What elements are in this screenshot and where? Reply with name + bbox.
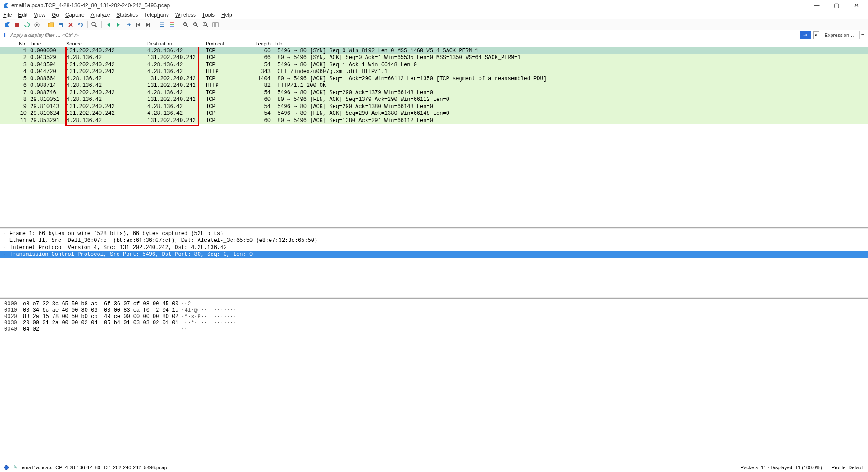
svg-line-16 [186, 25, 188, 27]
autoscroll-icon[interactable] [158, 21, 166, 29]
svg-line-20 [196, 25, 198, 27]
hex-line[interactable]: 003020 00 01 2a 00 00 02 04 05 b4 01 03 … [4, 320, 864, 326]
packet-details-pane[interactable]: ›Frame 1: 66 bytes on wire (528 bits), 6… [0, 229, 868, 297]
zoom-reset-icon[interactable]: 1 [202, 21, 210, 29]
svg-point-5 [92, 22, 95, 26]
packet-row[interactable]: 20.0435294.28.136.42131.202.240.242TCP66… [0, 54, 868, 62]
close-file-icon[interactable] [67, 21, 75, 29]
detail-row[interactable]: ›Frame 1: 66 bytes on wire (528 bits), 6… [0, 230, 868, 237]
prev-icon[interactable] [104, 21, 113, 29]
packet-list[interactable]: 10.000000131.202.240.2424.28.136.42TCP66… [0, 47, 868, 227]
toolbar-separator [87, 21, 88, 28]
expert-info-icon[interactable] [4, 465, 9, 470]
colorize-icon[interactable] [168, 21, 176, 29]
menu-edit[interactable]: Edit [18, 12, 27, 18]
wireshark-fin-icon [3, 3, 9, 8]
find-icon[interactable] [90, 21, 99, 29]
menu-tools[interactable]: Tools [202, 12, 215, 18]
hex-line[interactable]: 002088 2a 15 78 00 50 b0 cb 49 ce 00 00 … [4, 313, 864, 320]
packet-row[interactable]: 70.088746131.202.240.2424.28.136.42TCP54… [0, 89, 868, 96]
svg-line-23 [206, 25, 208, 27]
packet-bytes-pane[interactable]: 0000e8 e7 32 3c 65 50 b8 ac 6f 36 07 cf … [0, 299, 868, 463]
goto-icon[interactable] [124, 21, 132, 29]
menu-go[interactable]: Go [52, 12, 59, 18]
menu-capture[interactable]: Capture [65, 12, 85, 18]
open-icon[interactable] [47, 21, 55, 29]
expression-button[interactable]: Expression… [821, 32, 858, 38]
fin-icon[interactable] [3, 21, 11, 29]
svg-rect-26 [215, 23, 218, 27]
svg-rect-11 [160, 26, 164, 27]
next-icon[interactable] [114, 21, 122, 29]
menu-analyze[interactable]: Analyze [91, 12, 110, 18]
svg-rect-4 [59, 25, 62, 27]
svg-rect-25 [213, 23, 215, 27]
hex-line[interactable]: 0000e8 e7 32 3c 65 50 b8 ac 6f 36 07 cf … [4, 301, 864, 307]
packet-row[interactable]: 60.0887144.28.136.42131.202.240.242HTTP8… [0, 82, 868, 90]
menu-statistics[interactable]: Statistics [116, 12, 138, 18]
filter-dropdown-button[interactable]: ▾ [813, 31, 819, 39]
reload-icon[interactable] [77, 21, 85, 29]
menu-file[interactable]: File [3, 12, 12, 18]
detail-row[interactable]: ›Internet Protocol Version 4, Src: 131.2… [0, 244, 868, 251]
status-profile-label[interactable]: Profile: Default [832, 465, 864, 470]
window-maximize-button[interactable]: ▢ [831, 2, 842, 9]
packet-row[interactable]: 929.810143131.202.240.2424.28.136.42TCP5… [0, 103, 868, 110]
packet-list-header: No. Time Source Destination Protocol Len… [0, 40, 868, 47]
hex-line[interactable]: 004004 02 ·· [4, 326, 864, 332]
svg-rect-13 [170, 24, 174, 25]
svg-rect-14 [170, 26, 174, 27]
statusbar: ✎ email1a.pcap.TCP_4-28-136-42_80_131-20… [0, 463, 868, 472]
window-close-button[interactable]: ✕ [850, 2, 862, 9]
detail-row[interactable]: ›Ethernet II, Src: Dell_36:07:cf (b8:ac:… [0, 237, 868, 245]
packet-row[interactable]: 1129.8532914.28.136.42131.202.240.242TCP… [0, 117, 868, 124]
svg-rect-0 [15, 23, 19, 27]
column-proto[interactable]: Protocol [204, 41, 253, 46]
restart-icon[interactable] [23, 21, 31, 29]
packet-row[interactable]: 10.000000131.202.240.2424.28.136.42TCP66… [0, 47, 868, 54]
zoom-in-icon[interactable] [182, 21, 190, 29]
display-filter-input[interactable] [9, 31, 798, 39]
packet-row[interactable]: 1029.810624131.202.240.2424.28.136.42TCP… [0, 110, 868, 118]
status-packets-label: Packets: 11 · Displayed: 11 (100.0%) [741, 465, 822, 470]
menu-wireless[interactable]: Wireless [175, 12, 196, 18]
save-icon[interactable] [57, 21, 65, 29]
menubar: FileEditViewGoCaptureAnalyzeStatisticsTe… [0, 10, 868, 19]
window-minimize-button[interactable]: — [811, 2, 823, 9]
apply-filter-button[interactable]: ➔ [800, 31, 811, 39]
packet-row[interactable]: 30.043594131.202.240.2424.28.136.42TCP54… [0, 61, 868, 68]
column-no[interactable]: No. [0, 41, 28, 46]
packet-row[interactable]: 829.8100514.28.136.42131.202.240.242TCP6… [0, 96, 868, 104]
options-icon[interactable] [33, 21, 41, 29]
add-filter-button[interactable]: + [859, 31, 866, 39]
svg-point-2 [36, 24, 38, 26]
svg-line-6 [95, 25, 97, 27]
display-filter-row: ▮ ➔ ▾ Expression… + [0, 30, 868, 40]
svg-rect-12 [170, 22, 174, 23]
svg-rect-10 [160, 24, 164, 25]
first-icon[interactable] [134, 21, 142, 29]
menu-view[interactable]: View [34, 12, 45, 18]
column-source[interactable]: Source [64, 41, 145, 46]
column-length[interactable]: Length [253, 41, 272, 46]
menu-telephony[interactable]: Telephony [144, 12, 169, 18]
toolbar-separator [155, 21, 155, 28]
toolbar-separator [179, 21, 179, 28]
last-icon[interactable] [144, 21, 152, 29]
menu-help[interactable]: Help [221, 12, 232, 18]
zoom-out-icon[interactable] [192, 21, 200, 29]
window-title: email1a.pcap.TCP_4-28-136-42_80_131-202-… [11, 2, 811, 9]
column-info[interactable]: Info [272, 41, 868, 46]
hex-line[interactable]: 001000 34 6c ae 40 00 80 06 00 00 83 ca … [4, 307, 864, 313]
bookmark-icon[interactable]: ▮ [2, 31, 7, 39]
packet-row[interactable]: 40.044720131.202.240.2424.28.136.42HTTP3… [0, 68, 868, 76]
capture-notes-icon[interactable]: ✎ [13, 464, 17, 470]
stop-icon[interactable] [13, 21, 21, 29]
column-time[interactable]: Time [28, 41, 64, 46]
column-dest[interactable]: Destination [145, 41, 204, 46]
detail-row[interactable]: ›Transmission Control Protocol, Src Port… [0, 251, 868, 259]
packet-row[interactable]: 50.0886644.28.136.42131.202.240.242TCP14… [0, 75, 868, 82]
titlebar: email1a.pcap.TCP_4-28-136-42_80_131-202-… [0, 0, 868, 10]
toolbar: 1 [0, 19, 868, 30]
resize-cols-icon[interactable] [212, 21, 220, 29]
